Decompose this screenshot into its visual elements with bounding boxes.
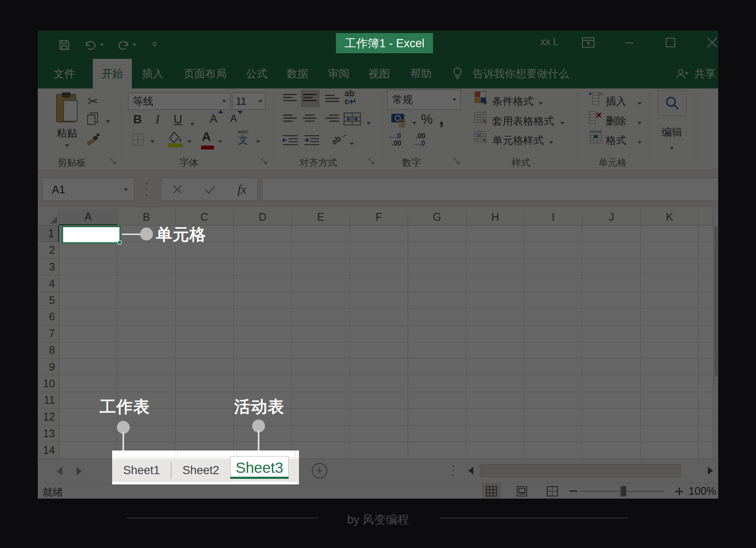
sheet-tab-sheet3[interactable]: Sheet3 [230,456,289,479]
dim-overlay [38,30,718,499]
excel-window: xx L 文件开始插入页面布局公式数据审阅视图帮助 [38,30,718,499]
gridline-fragment [177,451,178,458]
gridline-fragment [119,451,119,458]
screenshot-stage: xx L 文件开始插入页面布局公式数据审阅视图帮助 [0,0,756,548]
title-highlight: 工作簿1 - Excel [336,33,433,53]
sheet-tab-sheet1[interactable]: Sheet1 [112,459,171,482]
window-title: 工作簿1 - Excel [344,36,424,51]
cell-callout-label: 单元格 [156,224,206,246]
fill-handle[interactable] [118,241,122,244]
gridline-fragment [295,451,296,458]
sheet-tab-sheet2[interactable]: Sheet2 [171,459,230,482]
worksheet-callout-label: 工作表 [100,396,150,418]
cell-callout-line [122,234,141,235]
active-sheet-callout-label: 活动表 [234,396,284,418]
cell-callout-dot [140,228,153,241]
sheet-tabs-highlight: Sheet1Sheet2Sheet3 [112,451,299,484]
watermark-text: by 风变编程 [0,512,756,527]
active-sheet-underline [230,477,289,479]
active-cell-a1[interactable] [62,226,121,244]
